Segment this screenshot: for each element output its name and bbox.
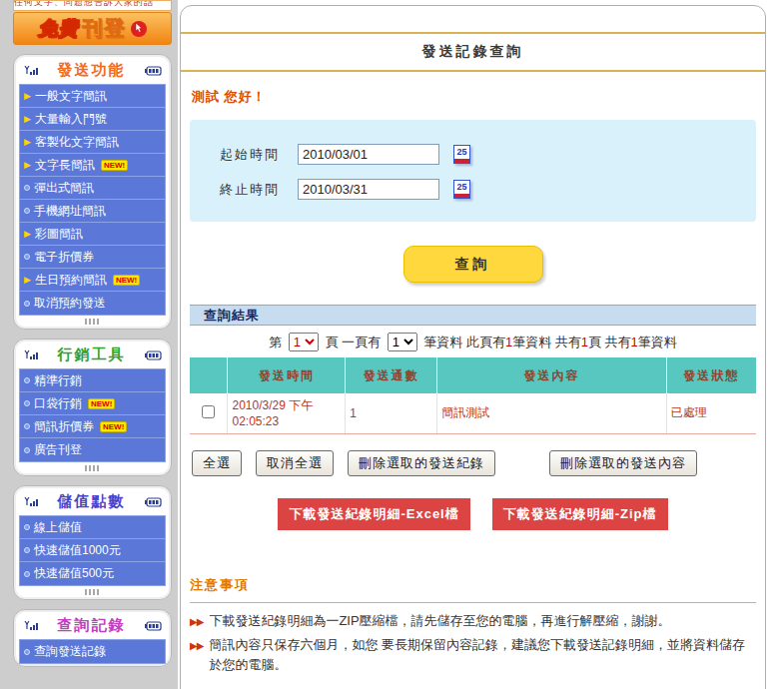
page: 任何文字、問題想告訴大家的話 免費 刊登 發送功能 ▶一般文字簡訊 ▶	[0, 0, 784, 689]
calendar-icon[interactable]: 25	[453, 145, 470, 164]
panel-marketing-tools: 行銷工具 精準行銷 口袋行銷NEW! 簡訊折價券NEW! 廣告刊登	[13, 339, 172, 476]
sidebar-item-e-coupon[interactable]: 電子折價券	[20, 246, 165, 269]
download-excel-button[interactable]: 下載發送紀錄明細-Excel檔	[278, 498, 469, 530]
panel-menu: 線上儲值 快速儲值1000元 快速儲值500元	[19, 515, 166, 586]
column-header-send-content: 發送內容	[437, 357, 667, 393]
panel-grip	[85, 588, 101, 596]
circle-bullet-icon	[24, 524, 30, 530]
sidebar-item-precision-marketing[interactable]: 精準行銷	[20, 369, 165, 392]
panel-grip	[85, 464, 101, 472]
circle-bullet-icon	[24, 649, 30, 655]
signal-icon	[22, 620, 38, 632]
date-filter-form: 起始時間 25 終止時間 25	[190, 120, 756, 222]
panel-send-functions: 發送功能 ▶一般文字簡訊 ▶大量輸入門號 ▶客製化文字簡訊 ▶文字長簡訊NEW!…	[13, 54, 172, 330]
end-time-input[interactable]	[298, 179, 439, 200]
results-header: 查詢結果	[190, 305, 756, 326]
sidebar-item-bulk-numbers[interactable]: ▶大量輸入門號	[20, 108, 165, 131]
cell-send-status: 已處理	[666, 393, 756, 433]
arrow-bullet-icon: ▶	[24, 91, 31, 101]
battery-icon	[145, 621, 163, 631]
sidebar-item-sms-coupon[interactable]: 簡訊折價券NEW!	[20, 415, 165, 438]
page-title: 發送記錄查詢	[181, 34, 765, 70]
end-time-label: 終止時間	[220, 181, 298, 199]
sidebar-item-cancel-scheduled[interactable]: 取消預約發送	[20, 292, 165, 315]
delete-selected-content-button[interactable]: 刪除選取的發送內容	[549, 450, 697, 476]
sidebar-item-popup-sms[interactable]: 彈出式簡訊	[20, 177, 165, 200]
results-table: 發送時間 發送通數 發送內容 發送狀態 2010/3/29 下午 02:05:2…	[190, 357, 756, 434]
calendar-icon[interactable]: 25	[453, 180, 470, 199]
row-checkbox[interactable]	[202, 405, 215, 418]
signal-icon	[22, 349, 38, 361]
sidebar-item-general-sms[interactable]: ▶一般文字簡訊	[20, 85, 165, 108]
page-select[interactable]: 1	[289, 333, 319, 351]
ad-strip: 任何文字、問題想告訴大家的話	[13, 0, 172, 11]
signal-icon	[22, 496, 38, 508]
sidebar-item-picture-sms[interactable]: ▶彩圖簡訊	[20, 223, 165, 246]
checkbox-column-header	[190, 357, 228, 393]
circle-bullet-icon	[24, 208, 30, 214]
circle-bullet-icon	[24, 301, 30, 307]
column-header-send-time: 發送時間	[228, 357, 346, 393]
table-header-row: 發送時間 發送通數 發送內容 發送狀態	[190, 357, 756, 393]
panel-menu: 精準行銷 口袋行銷NEW! 簡訊折價券NEW! 廣告刊登	[19, 368, 166, 462]
free-publish-banner[interactable]: 免費 刊登	[13, 12, 172, 45]
divider	[190, 602, 756, 603]
sidebar-item-pocket-marketing[interactable]: 口袋行銷NEW!	[20, 392, 165, 415]
panel-title: 行銷工具	[58, 345, 126, 364]
arrow-bullet-icon: ▶	[24, 114, 31, 124]
per-page-select[interactable]: 1	[388, 333, 417, 351]
sidebar-item-quick-topup-500[interactable]: 快速儲值500元	[20, 562, 165, 585]
circle-bullet-icon	[24, 377, 30, 383]
delete-selected-records-button[interactable]: 刪除選取的發送紀錄	[348, 450, 495, 476]
panel-title: 發送功能	[58, 61, 126, 80]
start-time-input[interactable]	[298, 144, 439, 165]
sidebar-item-online-topup[interactable]: 線上儲值	[20, 516, 165, 539]
panel-menu: ▶一般文字簡訊 ▶大量輸入門號 ▶客製化文字簡訊 ▶文字長簡訊NEW! 彈出式簡…	[19, 84, 166, 316]
circle-bullet-icon	[24, 254, 30, 260]
select-all-button[interactable]: 全選	[192, 450, 242, 476]
arrow-bullet-icon: ▶	[24, 229, 31, 239]
panel-title: 查詢記錄	[58, 616, 126, 635]
total-record-count: 1	[631, 335, 638, 349]
sidebar-item-quick-topup-1000[interactable]: 快速儲值1000元	[20, 539, 165, 562]
panel-header: 發送功能	[19, 59, 166, 84]
panel-grip	[85, 318, 101, 326]
new-badge: NEW!	[101, 160, 128, 171]
arrow-bullet-icon: ▶	[24, 160, 31, 170]
panel-query-records: 查詢記錄 查詢發送記錄	[13, 609, 172, 667]
new-badge: NEW!	[88, 398, 115, 409]
hand-cursor-icon	[131, 21, 147, 37]
double-arrow-icon: ▶▶	[190, 611, 203, 631]
panel-title: 儲值點數	[58, 492, 126, 511]
circle-bullet-icon	[24, 447, 30, 453]
battery-icon	[145, 350, 163, 360]
download-zip-button[interactable]: 下載發送紀錄明細-Zip檔	[492, 498, 668, 530]
note-item: ▶▶ 下載發送紀錄明細為一ZIP壓縮檔，請先儲存至您的電腦，再進行解壓縮，謝謝。	[190, 611, 756, 631]
sidebar-item-long-sms[interactable]: ▶文字長簡訊NEW!	[20, 154, 165, 177]
sidebar-item-query-send-records[interactable]: 查詢發送記錄	[20, 640, 165, 663]
panel-menu: 查詢發送記錄	[19, 639, 166, 664]
arrow-bullet-icon: ▶	[24, 275, 31, 285]
deselect-all-button[interactable]: 取消全選	[256, 450, 334, 476]
new-badge: NEW!	[113, 275, 140, 286]
main-area: 發送記錄查詢 測試 您好！ 起始時間 25 終止時間	[178, 0, 784, 689]
sidebar-item-mobile-url-sms[interactable]: 手機網址簡訊	[20, 200, 165, 223]
sidebar-item-ad-publish[interactable]: 廣告刊登	[20, 438, 165, 461]
panel-header: 查詢記錄	[19, 614, 166, 639]
double-arrow-icon: ▶▶	[190, 635, 203, 675]
query-button[interactable]: 查詢	[403, 246, 543, 283]
new-badge: NEW!	[100, 421, 127, 432]
circle-bullet-icon	[24, 400, 30, 406]
panel-header: 行銷工具	[19, 344, 166, 368]
note-item: ▶▶ 簡訊內容只保存六個月，如您 要長期保留內容記錄，建議您下載發送記錄明細，並…	[190, 635, 756, 675]
notes-section: 注意事項 ▶▶ 下載發送紀錄明細為一ZIP壓縮檔，請先儲存至您的電腦，再進行解壓…	[190, 576, 756, 675]
sidebar-item-custom-sms[interactable]: ▶客製化文字簡訊	[20, 131, 165, 154]
start-time-label: 起始時間	[220, 146, 298, 164]
circle-bullet-icon	[24, 185, 30, 191]
ad-strip-text: 任何文字、問題想告訴大家的話	[14, 0, 171, 9]
panel-header: 儲值點數	[19, 490, 166, 515]
circle-bullet-icon	[24, 423, 30, 429]
cell-send-content: 簡訊測試	[437, 393, 667, 433]
column-header-send-status: 發送狀態	[666, 357, 756, 393]
sidebar-item-birthday-sms[interactable]: ▶生日預約簡訊NEW!	[20, 269, 165, 292]
